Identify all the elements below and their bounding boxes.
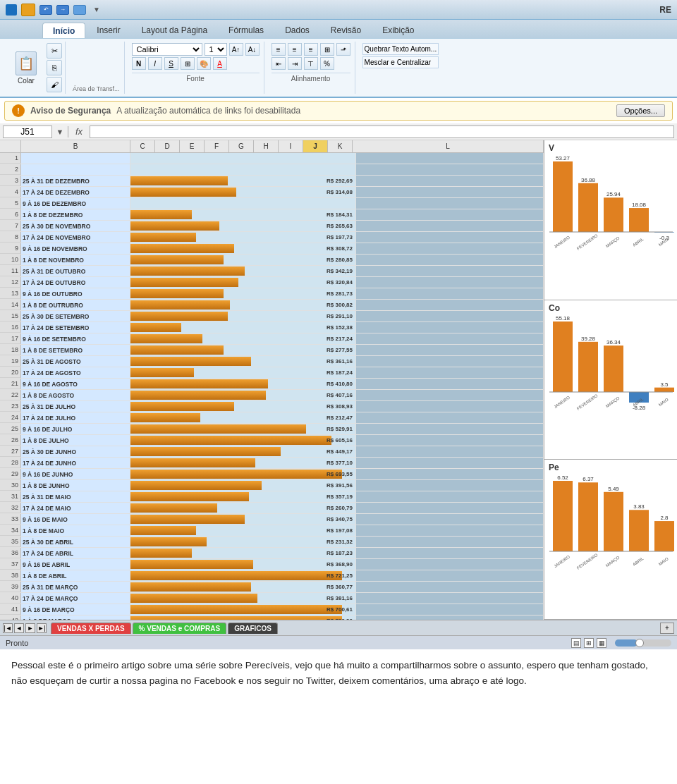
bar-cell[interactable]: R$ 360,77 (130, 582, 356, 592)
cell-label[interactable]: 17 À 24 DE NOVEMBRO (21, 232, 130, 243)
number-format-button[interactable]: % (320, 57, 334, 70)
bar-cell[interactable] (130, 153, 356, 164)
bar-cell[interactable]: R$ 187,24 (130, 367, 356, 378)
bar-cell[interactable]: R$ 217,24 (130, 333, 356, 344)
valign-button[interactable]: ⊤ (304, 57, 318, 70)
bar-cell[interactable]: R$ 529,91 (130, 424, 356, 434)
cell-label[interactable]: 17 À 24 DE SETEMBRO (21, 322, 130, 333)
cell-label[interactable]: 9 À 16 DE SETEMBRO (21, 333, 130, 344)
fill-color-button[interactable]: 🎨 (197, 57, 211, 70)
cell-label[interactable]: 25 À 31 DE JULHO (21, 401, 130, 412)
font-size-select[interactable]: 11 (205, 43, 227, 56)
cell-label[interactable]: 9 À 16 DE JUNHO (21, 469, 130, 479)
bar-cell[interactable]: R$ 314,08 (130, 187, 356, 197)
bar-cell[interactable] (130, 198, 356, 209)
align-left-button[interactable]: ≡ (272, 43, 286, 56)
font-shrink-button[interactable]: A↓ (245, 43, 260, 56)
dropdown-arrow[interactable]: ▼ (55, 128, 65, 136)
tab-layout[interactable]: Layout da Página (132, 23, 217, 38)
bar-cell[interactable]: R$ 231,32 (130, 537, 356, 547)
font-grow-button[interactable]: A↑ (229, 43, 243, 56)
format-painter-button[interactable]: 🖌 (47, 77, 62, 92)
bar-cell[interactable] (130, 164, 356, 175)
cell-label[interactable]: 17 À 24 DE DEZEMBRO (21, 187, 130, 197)
page-layout-button[interactable]: ⊞ (584, 638, 594, 648)
cell-label[interactable]: 9 À 16 DE OUTUBRO (21, 288, 130, 299)
cell-label[interactable]: 9 À 16 DE JULHO (21, 424, 130, 434)
bar-cell[interactable]: R$ 693,55 (130, 469, 356, 479)
cell-label[interactable]: 25 À 30 DE NOVEMBRO (21, 221, 130, 231)
cell-label[interactable]: 9 À 16 DE MARÇO (21, 604, 130, 615)
tab-vendas-compras[interactable]: % VENDAS e COMPRAS (133, 623, 227, 634)
cell-label[interactable]: 9 À 16 DE ABRIL (21, 559, 130, 570)
fx-button[interactable]: fx (71, 126, 87, 137)
col-header-f[interactable]: F (205, 140, 229, 152)
cut-button[interactable]: ✂ (47, 43, 62, 59)
paste-button[interactable]: 📋 Colar (8, 49, 44, 86)
bar-cell[interactable]: R$ 700,61 (130, 604, 356, 615)
bar-cell[interactable]: R$ 265,63 (130, 221, 356, 231)
zoom-thumb[interactable] (635, 639, 644, 647)
cell-label[interactable]: 25 À 30 DE ABRIL (21, 537, 130, 547)
bar-cell[interactable]: R$ 320,84 (130, 277, 356, 288)
cell-label[interactable] (21, 164, 130, 175)
cell-label[interactable]: 1 À 8 DE DEZEMBRO (21, 209, 130, 220)
col-header-e[interactable]: E (180, 140, 205, 152)
cell-label[interactable]: 25 À 31 DE MARÇO (21, 582, 130, 592)
bar-cell[interactable]: R$ 260,79 (130, 503, 356, 513)
tab-vendas-perdas[interactable]: VENDAS X PERDAS (51, 623, 131, 634)
bar-cell[interactable]: R$ 361,16 (130, 356, 356, 367)
indent-increase-button[interactable]: ⇥ (288, 57, 302, 70)
bar-cell[interactable]: R$ 152,38 (130, 322, 356, 333)
tab-exibicao[interactable]: Exibição (372, 23, 424, 38)
bar-cell[interactable]: R$ 340,75 (130, 514, 356, 525)
bar-cell[interactable]: R$ 308,93 (130, 401, 356, 412)
bar-cell[interactable]: R$ 184,31 (130, 209, 356, 220)
page-break-button[interactable]: ▦ (597, 638, 606, 648)
bar-cell[interactable]: R$ 357,19 (130, 491, 356, 502)
bar-cell[interactable]: R$ 197,08 (130, 525, 356, 536)
col-header-g[interactable]: G (229, 140, 254, 152)
bar-cell[interactable]: R$ 605,16 (130, 435, 356, 446)
underline-button[interactable]: S (164, 57, 178, 70)
bar-cell[interactable]: R$ 377,10 (130, 458, 356, 468)
bar-cell[interactable]: R$ 212,47 (130, 412, 356, 423)
bold-button[interactable]: N (132, 57, 146, 70)
options-button[interactable]: Opções... (616, 104, 665, 117)
cell-label[interactable]: 25 À 30 DE JUNHO (21, 446, 130, 457)
bar-cell[interactable]: R$ 381,16 (130, 593, 356, 604)
cell-label[interactable]: 1 À 8 DE NOVEMBRO (21, 255, 130, 265)
cell-label[interactable]: 9 À 16 DE NOVEMBRO (21, 243, 130, 254)
bar-cell[interactable]: R$ 308,72 (130, 243, 356, 254)
col-header-h[interactable]: H (254, 140, 279, 152)
cell-label[interactable]: 17 À 24 DE MARÇO (21, 593, 130, 604)
tab-formulas[interactable]: Fórmulas (219, 23, 274, 38)
col-header-d[interactable]: D (155, 140, 180, 152)
col-header-i[interactable]: I (279, 140, 303, 152)
align-center-button[interactable]: ≡ (288, 43, 302, 56)
cell-label[interactable]: 25 À 31 DE DEZEMBRO (21, 176, 130, 186)
cell-label[interactable]: 17 À 24 DE OUTUBRO (21, 277, 130, 288)
tab-next-button[interactable]: ► (25, 623, 35, 633)
formula-input[interactable] (90, 125, 674, 138)
indent-decrease-button[interactable]: ⇤ (272, 57, 286, 70)
bar-cell[interactable]: R$ 799,90 (130, 615, 356, 620)
cell-label[interactable]: 25 À 31 DE OUTUBRO (21, 266, 130, 276)
bar-cell[interactable]: R$ 342,19 (130, 266, 356, 276)
cell-label[interactable]: 25 À 31 DE AGOSTO (21, 356, 130, 367)
cell-label[interactable]: 9 À 16 DE MAIO (21, 514, 130, 525)
diagonal-icon[interactable]: ⬏ (336, 43, 350, 56)
bar-cell[interactable]: R$ 197,73 (130, 232, 356, 243)
cell-label[interactable]: 17 À 24 DE AGOSTO (21, 367, 130, 378)
cell-label[interactable]: 1 À 8 DE MAIO (21, 525, 130, 536)
cell-label[interactable]: 1 À 8 DE JUNHO (21, 480, 130, 491)
tab-graficos[interactable]: GRAFICOS (228, 623, 278, 634)
bar-cell[interactable]: R$ 292,69 (130, 176, 356, 186)
cell-label[interactable]: 1 À 8 DE SETEMBRO (21, 345, 130, 355)
cell-label[interactable]: 1 À 8 DE OUTRUBRO (21, 300, 130, 310)
bar-cell[interactable]: R$ 721,25 (130, 570, 356, 581)
bar-cell[interactable]: R$ 187,23 (130, 548, 356, 558)
tab-revisao[interactable]: Revisão (321, 23, 371, 38)
cell-label[interactable]: 9 À 16 DE DEZEMBRO (21, 198, 130, 209)
bar-cell[interactable]: R$ 391,56 (130, 480, 356, 491)
